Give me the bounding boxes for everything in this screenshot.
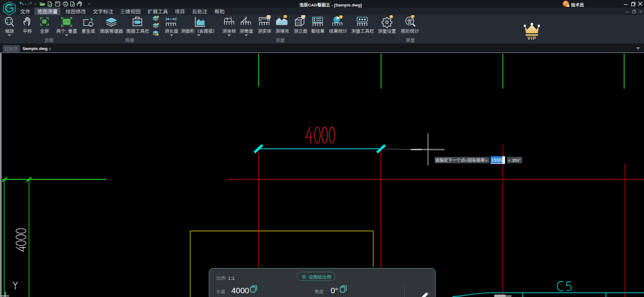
svg-text:VIP: VIP: [528, 35, 537, 40]
